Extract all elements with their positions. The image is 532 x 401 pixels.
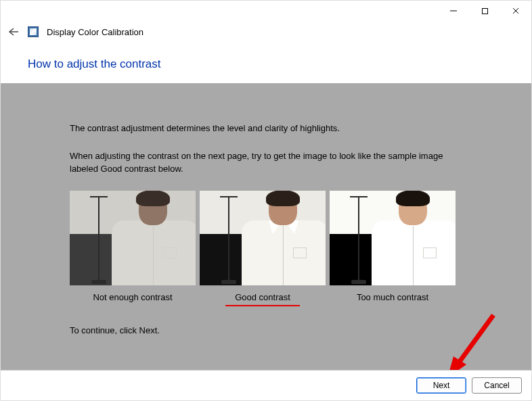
example-not-enough: Not enough contrast [70,191,196,306]
window-title: Display Color Calibration [47,27,143,37]
example-image-good [200,191,326,285]
caption-good: Good contrast [200,292,326,302]
svg-rect-1 [482,8,487,14]
content-area: The contrast adjustment determines the l… [1,83,531,370]
next-button[interactable]: Next [416,377,466,394]
minimize-button[interactable] [438,1,469,21]
example-too-much: Too much contrast [330,191,456,306]
page-heading: How to adjust the contrast [28,57,161,71]
continue-text: To continue, click Next. [70,325,462,335]
close-button[interactable] [500,1,531,21]
caption-not-enough: Not enough contrast [70,292,196,302]
highlight-underline [225,305,300,306]
window-controls [438,1,531,21]
back-arrow-icon[interactable] [7,26,20,38]
description-text-1: The contrast adjustment determines the l… [70,122,462,135]
caption-too-much: Too much contrast [330,292,456,302]
example-good: Good contrast [200,191,326,306]
example-image-not-enough [70,191,196,285]
cancel-button[interactable]: Cancel [472,377,522,394]
app-icon [28,26,39,37]
maximize-button[interactable] [469,1,500,21]
example-image-too-much [330,191,456,285]
footer-bar: Next Cancel [1,370,531,400]
header-row: Display Color Calibration [7,25,525,39]
description-text-2: When adjusting the contrast on the next … [70,150,462,176]
example-images-row: Not enough contrast Good contrast Too mu… [70,191,462,306]
